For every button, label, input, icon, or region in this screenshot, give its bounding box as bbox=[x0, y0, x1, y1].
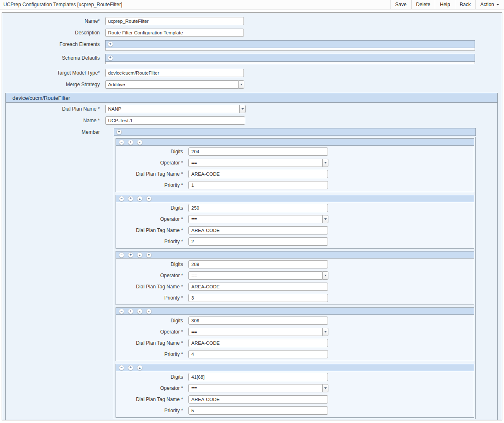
add-member-button[interactable]: + bbox=[128, 309, 133, 314]
remove-member-button[interactable]: − bbox=[119, 309, 124, 314]
priority-input[interactable] bbox=[188, 350, 328, 358]
route-filter-name-label: Name * bbox=[6, 116, 105, 125]
move-member-up-button[interactable]: ▲ bbox=[137, 196, 142, 201]
member-1-operator-row: Operator * bbox=[116, 159, 474, 167]
operator-dropdown-button[interactable] bbox=[322, 384, 328, 392]
plus-icon: + bbox=[130, 197, 132, 201]
add-foreach-element-button[interactable]: + bbox=[108, 41, 113, 47]
member-block-3: −+▲▼DigitsOperator *Dial Plan Tag Name *… bbox=[116, 251, 474, 305]
operator-dropdown-button[interactable] bbox=[322, 328, 328, 336]
operator-combobox bbox=[188, 328, 328, 336]
action-menu-button[interactable]: Action bbox=[475, 0, 504, 9]
name-row: Name* bbox=[2, 17, 502, 25]
add-member-button[interactable]: + bbox=[128, 140, 133, 145]
route-filter-name-input[interactable] bbox=[105, 116, 245, 125]
digits-input[interactable] bbox=[188, 147, 328, 156]
priority-label: Priority * bbox=[116, 350, 188, 358]
priority-input[interactable] bbox=[188, 237, 328, 246]
add-member-button[interactable]: + bbox=[116, 129, 122, 135]
merge-strategy-label: Merge Strategy bbox=[2, 80, 105, 89]
route-filter-section: device/cucm/RouteFilter Dial Plan Name *… bbox=[5, 93, 498, 420]
minus-icon: − bbox=[121, 253, 123, 257]
member-3-operator-row: Operator * bbox=[116, 271, 474, 280]
remove-member-button[interactable]: − bbox=[119, 365, 124, 370]
member-4-toolbar: −+▲▼ bbox=[116, 308, 474, 315]
move-member-up-button[interactable]: ▲ bbox=[137, 365, 142, 370]
help-button[interactable]: Help bbox=[435, 0, 455, 9]
merge-strategy-dropdown-button[interactable] bbox=[238, 80, 244, 89]
target-model-type-input[interactable] bbox=[105, 69, 244, 77]
digits-input[interactable] bbox=[188, 373, 328, 381]
foreach-elements-empty-list bbox=[105, 48, 475, 51]
dial-plan-name-dropdown-button[interactable] bbox=[239, 105, 246, 113]
digits-input[interactable] bbox=[188, 260, 328, 268]
description-row: Description bbox=[2, 29, 502, 37]
remove-member-button[interactable]: − bbox=[119, 252, 124, 258]
arrow-up-icon: ▲ bbox=[138, 254, 141, 256]
dial-plan-tag-name-input[interactable] bbox=[188, 339, 328, 347]
dial-plan-tag-name-label: Dial Plan Tag Name * bbox=[116, 226, 188, 234]
back-button[interactable]: Back bbox=[455, 0, 475, 9]
delete-button[interactable]: Delete bbox=[411, 0, 435, 9]
arrow-up-icon: ▲ bbox=[138, 310, 141, 313]
operator-dropdown-button[interactable] bbox=[322, 271, 328, 280]
add-member-button[interactable]: + bbox=[128, 252, 133, 258]
digits-label: Digits bbox=[116, 373, 188, 381]
member-4-fields: DigitsOperator *Dial Plan Tag Name *Prio… bbox=[116, 315, 474, 361]
operator-select[interactable] bbox=[188, 384, 322, 392]
target-model-type-row: Target Model Type* bbox=[2, 69, 502, 77]
operator-select[interactable] bbox=[188, 159, 322, 167]
member-4-priority-row: Priority * bbox=[116, 350, 474, 358]
priority-input[interactable] bbox=[188, 406, 328, 415]
move-member-down-button[interactable]: ▼ bbox=[146, 309, 152, 314]
add-member-button[interactable]: + bbox=[128, 196, 133, 201]
operator-select[interactable] bbox=[188, 328, 322, 336]
member-3-priority-row: Priority * bbox=[116, 294, 474, 302]
description-input[interactable] bbox=[105, 29, 244, 37]
dial-plan-tag-name-input[interactable] bbox=[188, 170, 328, 178]
name-input[interactable] bbox=[105, 17, 244, 25]
member-block-5: −+▲DigitsOperator *Dial Plan Tag Name *P… bbox=[116, 364, 474, 418]
move-member-up-button[interactable]: ▲ bbox=[137, 252, 142, 258]
plus-icon: + bbox=[109, 42, 111, 46]
operator-select[interactable] bbox=[188, 215, 322, 223]
move-member-down-button[interactable]: ▼ bbox=[146, 196, 152, 201]
schema-defaults-label: Schema Defaults bbox=[2, 54, 105, 62]
merge-strategy-select[interactable] bbox=[105, 80, 238, 89]
dial-plan-tag-name-input[interactable] bbox=[188, 226, 328, 234]
plus-icon: + bbox=[130, 253, 132, 257]
move-member-down-button[interactable]: ▼ bbox=[137, 140, 142, 145]
dropdown-arrow-icon bbox=[324, 162, 327, 164]
member-4-digits-row: Digits bbox=[116, 317, 474, 325]
title-bar: UCPrep Configuration Templates [ucprep_R… bbox=[0, 0, 504, 10]
remove-member-button[interactable]: − bbox=[119, 140, 124, 145]
operator-label: Operator * bbox=[116, 328, 188, 336]
operator-dropdown-button[interactable] bbox=[322, 215, 328, 223]
plus-icon: + bbox=[130, 366, 132, 370]
add-schema-default-button[interactable]: + bbox=[108, 55, 113, 60]
move-member-down-button[interactable]: ▼ bbox=[146, 252, 152, 258]
member-1-digits-row: Digits bbox=[116, 147, 474, 156]
arrow-down-icon: ▼ bbox=[147, 254, 150, 256]
dial-plan-tag-name-input[interactable] bbox=[188, 395, 328, 404]
digits-input[interactable] bbox=[188, 317, 328, 325]
operator-label: Operator * bbox=[116, 384, 188, 392]
operator-select[interactable] bbox=[188, 271, 322, 280]
minus-icon: − bbox=[121, 309, 123, 313]
priority-input[interactable] bbox=[188, 181, 328, 189]
dial-plan-name-select[interactable] bbox=[105, 105, 239, 113]
dial-plan-tag-name-input[interactable] bbox=[188, 283, 328, 291]
operator-dropdown-button[interactable] bbox=[322, 159, 328, 167]
arrow-up-icon: ▲ bbox=[138, 366, 141, 369]
dropdown-arrow-icon bbox=[324, 275, 327, 276]
remove-member-button[interactable]: − bbox=[119, 196, 124, 201]
priority-input[interactable] bbox=[188, 294, 328, 302]
save-button[interactable]: Save bbox=[390, 0, 411, 9]
operator-label: Operator * bbox=[116, 159, 188, 167]
member-1-dial-plan-tag-name-row: Dial Plan Tag Name * bbox=[116, 170, 474, 178]
minus-icon: − bbox=[121, 366, 123, 370]
member-3-toolbar: −+▲▼ bbox=[116, 251, 474, 259]
add-member-button[interactable]: + bbox=[128, 365, 133, 370]
digits-input[interactable] bbox=[188, 204, 328, 212]
move-member-up-button[interactable]: ▲ bbox=[137, 309, 142, 314]
